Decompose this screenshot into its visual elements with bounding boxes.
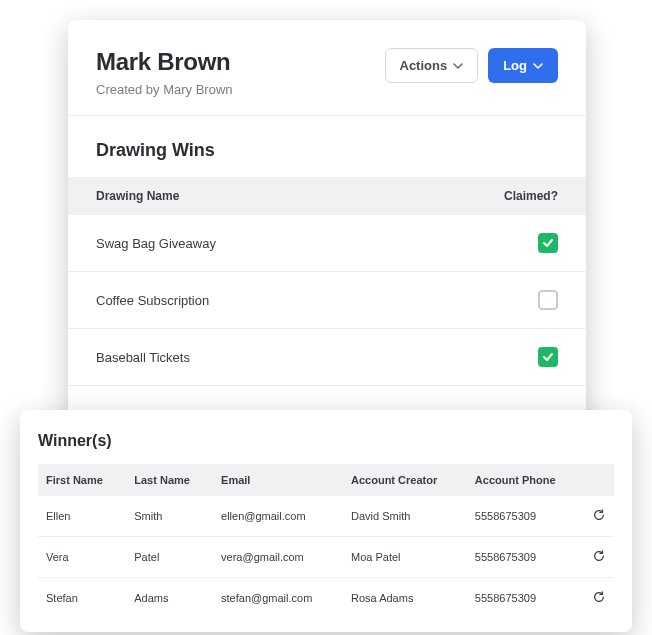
profile-title-block: Mark Brown Created by Mary Brown — [96, 48, 233, 97]
phone-cell: 5558675309 — [467, 496, 584, 537]
first-name-cell: Vera — [38, 537, 126, 578]
col-claimed: Claimed? — [504, 189, 558, 203]
drawing-name: Baseball Tickets — [96, 350, 190, 365]
col-account-phone: Account Phone — [467, 464, 584, 496]
claimed-checkbox[interactable] — [538, 290, 558, 310]
last-name-cell: Adams — [126, 578, 213, 619]
table-row: VeraPatelvera@gmail.comMoa Patel55586753… — [38, 537, 614, 578]
drawing-wins-title: Drawing Wins — [68, 140, 586, 177]
drawing-row: Baseball Tickets — [68, 329, 586, 386]
divider — [68, 115, 586, 116]
log-button-label: Log — [503, 58, 527, 73]
row-action-cell — [584, 537, 614, 578]
winners-header-row: First Name Last Name Email Account Creat… — [38, 464, 614, 496]
creator-cell[interactable]: David Smith — [343, 496, 467, 537]
creator-cell[interactable]: Rosa Adams — [343, 578, 467, 619]
col-first-name: First Name — [38, 464, 126, 496]
created-by-label: Created by Mary Brown — [96, 82, 233, 97]
phone-cell: 5558675309 — [467, 537, 584, 578]
check-icon — [542, 351, 554, 363]
col-email: Email — [213, 464, 343, 496]
row-action-cell — [584, 496, 614, 537]
drawing-row: Swag Bag Giveaway — [68, 215, 586, 272]
creator-cell[interactable]: Moa Patel — [343, 537, 467, 578]
table-row: EllenSmithellen@gmail.comDavid Smith5558… — [38, 496, 614, 537]
refresh-icon[interactable] — [592, 508, 606, 522]
table-row: StefanAdamsstefan@gmail.comRosa Adams555… — [38, 578, 614, 619]
col-action — [584, 464, 614, 496]
col-drawing-name: Drawing Name — [96, 189, 179, 203]
drawing-name: Coffee Subscription — [96, 293, 209, 308]
profile-header: Mark Brown Created by Mary Brown Actions… — [68, 48, 586, 115]
actions-button[interactable]: Actions — [385, 48, 479, 83]
col-account-creator: Account Creator — [343, 464, 467, 496]
first-name-cell: Ellen — [38, 496, 126, 537]
drawing-name: Swag Bag Giveaway — [96, 236, 216, 251]
person-name: Mark Brown — [96, 48, 233, 76]
claimed-checkbox[interactable] — [538, 347, 558, 367]
last-name-cell: Smith — [126, 496, 213, 537]
refresh-icon[interactable] — [592, 590, 606, 604]
winners-title: Winner(s) — [38, 432, 614, 450]
last-name-cell: Patel — [126, 537, 213, 578]
winners-card: Winner(s) First Name Last Name Email Acc… — [20, 410, 632, 632]
row-action-cell — [584, 578, 614, 619]
first-name-cell: Stefan — [38, 578, 126, 619]
email-cell: stefan@gmail.com — [213, 578, 343, 619]
claimed-checkbox[interactable] — [538, 233, 558, 253]
drawing-rows: Swag Bag GiveawayCoffee SubscriptionBase… — [68, 215, 586, 386]
profile-card: Mark Brown Created by Mary Brown Actions… — [68, 20, 586, 446]
drawing-row: Coffee Subscription — [68, 272, 586, 329]
check-icon — [542, 237, 554, 249]
header-buttons: Actions Log — [385, 48, 559, 83]
email-cell: vera@gmail.com — [213, 537, 343, 578]
col-last-name: Last Name — [126, 464, 213, 496]
chevron-down-icon — [453, 61, 463, 71]
drawing-table-header: Drawing Name Claimed? — [68, 177, 586, 215]
refresh-icon[interactable] — [592, 549, 606, 563]
log-button[interactable]: Log — [488, 48, 558, 83]
winners-table: First Name Last Name Email Account Creat… — [38, 464, 614, 618]
chevron-down-icon — [533, 61, 543, 71]
phone-cell: 5558675309 — [467, 578, 584, 619]
actions-button-label: Actions — [400, 58, 448, 73]
email-cell: ellen@gmail.com — [213, 496, 343, 537]
